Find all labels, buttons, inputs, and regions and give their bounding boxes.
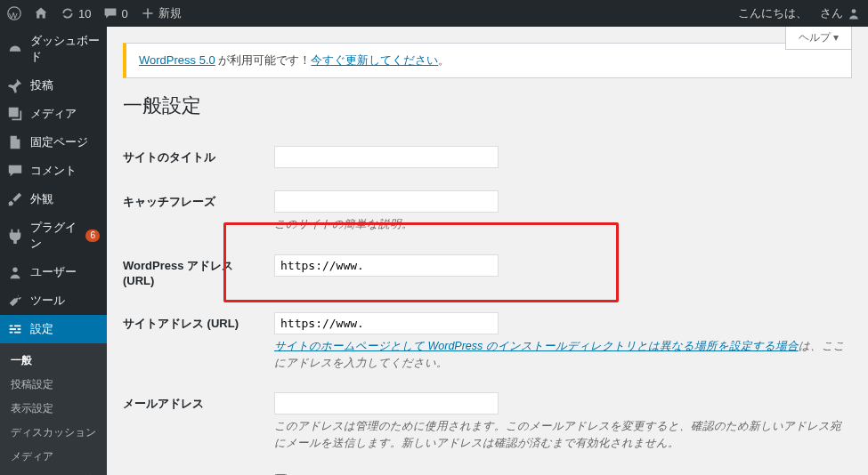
updates-link[interactable]: 10 [61,6,91,20]
plugins-badge: 6 [85,229,100,242]
comments-count: 0 [121,7,127,20]
menu-pages[interactable]: 固定ページ [0,128,107,157]
membership-label: メンバーシップ [123,463,274,475]
menu-users[interactable]: ユーザー [0,258,107,286]
svg-point-1 [852,9,856,13]
comment-icon [7,163,23,179]
site-url-input[interactable] [274,312,499,334]
submenu-writing[interactable]: 投稿設定 [0,373,107,397]
email-desc: このアドレスは管理のために使用されます。このメールアドレスを変更すると、確認のた… [274,418,852,452]
page-icon [7,134,23,150]
menu-posts[interactable]: 投稿 [0,71,107,100]
wp-url-input[interactable] [274,254,499,277]
menu-plugins[interactable]: プラグイン6 [0,213,107,258]
comments-link[interactable]: 0 [103,6,127,20]
email-label: メールアドレス [123,382,274,463]
submenu-media[interactable]: メディア [0,445,107,469]
submenu-reading[interactable]: 表示設定 [0,397,107,421]
site-title-input[interactable] [274,146,499,168]
menu-settings[interactable]: 設定 [0,315,107,343]
site-url-desc: サイトのホームページとして WordPress のインストールディレクトリとは異… [274,338,852,372]
plus-icon [141,6,155,20]
notice-version[interactable]: WordPress 5.0 [139,53,215,67]
notice-update-link[interactable]: 今すぐ更新してください [311,53,438,67]
main-content: ヘルプ ▾ WordPress 5.0 が利用可能です！今すぐ更新してください。… [107,27,868,475]
tagline-label: キャッチフレーズ [123,180,274,244]
wp-logo-icon[interactable] [7,6,21,20]
menu-comments[interactable]: コメント [0,157,107,185]
svg-point-0 [8,7,20,20]
sliders-icon [7,321,23,337]
new-content-link[interactable]: 新規 [141,5,182,21]
admin-sidebar: ダッシュボード 投稿 メディア 固定ページ コメント 外観 プラグイン6 ユーザ… [0,27,107,475]
media-icon [7,106,23,122]
update-notice: WordPress 5.0 が利用可能です！今すぐ更新してください。 [123,43,852,78]
submenu-general[interactable]: 一般 [0,349,107,373]
svg-point-2 [12,268,17,272]
submenu-permalink[interactable]: パーマリンク設定 [0,469,107,475]
help-tab[interactable]: ヘルプ ▾ [785,27,852,50]
brush-icon [7,191,23,207]
settings-submenu: 一般 投稿設定 表示設定 ディスカッション メディア パーマリンク設定 プライバ… [0,343,107,475]
wrench-icon [7,293,23,309]
site-title-label: サイトのタイトル [123,135,274,180]
admin-toolbar: 10 0 新規 こんにちは、 さん [0,0,868,27]
menu-tools[interactable]: ツール [0,286,107,315]
settings-form: サイトのタイトル キャッチフレーズ このサイトの簡単な説明。 WordPress… [123,135,852,475]
user-icon [7,264,23,280]
refresh-icon [61,6,75,20]
greeting[interactable]: こんにちは、 [738,5,807,21]
page-title: 一般設定 [123,93,852,119]
home-icon[interactable] [34,6,48,20]
user-icon [847,6,861,20]
menu-appearance[interactable]: 外観 [0,185,107,213]
dashboard-icon [7,41,23,57]
menu-dashboard[interactable]: ダッシュボード [0,27,107,71]
email-input[interactable] [274,392,499,415]
site-url-label: サイトアドレス (URL) [123,302,274,382]
comment-icon [103,6,118,20]
menu-media[interactable]: メディア [0,100,107,128]
pin-icon [7,77,23,93]
tagline-desc: このサイトの簡単な説明。 [274,216,852,233]
updates-count: 10 [78,7,91,20]
plugin-icon [7,228,23,244]
user-menu[interactable]: さん [820,5,861,21]
tagline-input[interactable] [274,190,499,213]
wp-url-label: WordPress アドレス (URL) [123,244,274,302]
submenu-discussion[interactable]: ディスカッション [0,421,107,445]
new-label: 新規 [158,5,182,21]
